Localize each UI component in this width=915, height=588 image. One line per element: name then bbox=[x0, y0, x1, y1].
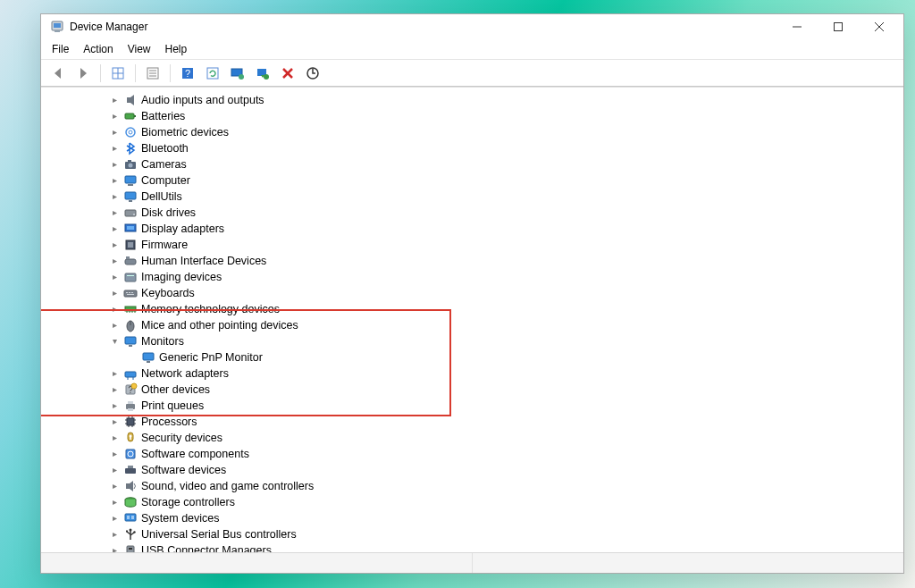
expand-toggle[interactable]: ▸ bbox=[107, 542, 122, 552]
uninstall-button[interactable] bbox=[251, 62, 274, 85]
tree-node[interactable]: ▸DellUtils bbox=[43, 189, 903, 205]
tree-node-label: Network adapters bbox=[141, 365, 229, 382]
expand-toggle[interactable]: ▸ bbox=[107, 172, 122, 189]
expand-toggle[interactable]: ▸ bbox=[107, 124, 122, 140]
expand-toggle[interactable]: ▸ bbox=[107, 446, 122, 462]
help-icon: ? bbox=[180, 66, 195, 80]
expand-toggle[interactable]: ▸ bbox=[107, 317, 122, 333]
tree-node[interactable]: ▸Biometric devices bbox=[43, 124, 903, 140]
tree-node[interactable]: ▸Cameras bbox=[43, 156, 903, 172]
tree-node[interactable]: ▸Storage controllers bbox=[43, 494, 903, 510]
expand-toggle[interactable]: ▸ bbox=[107, 140, 122, 156]
forward-button[interactable] bbox=[71, 62, 95, 85]
tree-node[interactable]: ▸Other devices bbox=[43, 382, 903, 398]
expand-toggle[interactable]: ▸ bbox=[107, 108, 122, 124]
expand-toggle[interactable]: ▸ bbox=[107, 414, 122, 430]
tree-node[interactable]: ▸System devices bbox=[43, 510, 903, 526]
statusbar bbox=[41, 552, 903, 573]
expand-toggle[interactable]: ▸ bbox=[107, 269, 122, 285]
disable-button[interactable] bbox=[276, 62, 299, 85]
maximize-button[interactable] bbox=[818, 14, 859, 39]
tree-node[interactable]: ▸Security devices bbox=[43, 430, 903, 446]
keyboard-icon bbox=[123, 286, 138, 300]
show-hidden-button[interactable] bbox=[106, 62, 130, 85]
tree-node-label: Print queues bbox=[141, 398, 204, 414]
monitor-icon bbox=[141, 350, 155, 365]
tree-node[interactable]: ▸USB Connector Managers bbox=[43, 542, 903, 552]
expand-toggle[interactable]: ▸ bbox=[107, 494, 122, 510]
tree-node[interactable]: ▸Software components bbox=[43, 446, 903, 462]
tree-node-label: Software components bbox=[141, 446, 249, 462]
menubar: File Action View Help bbox=[41, 39, 903, 60]
tree-node-label: Memory technology devices bbox=[141, 301, 280, 317]
toolbar-separator bbox=[100, 64, 101, 82]
device-tree[interactable]: ▸Audio inputs and outputs▸Batteries▸Biom… bbox=[41, 88, 903, 552]
menu-action[interactable]: Action bbox=[76, 41, 120, 57]
other-icon bbox=[123, 382, 138, 397]
tree-node[interactable]: ▸Processors bbox=[43, 414, 903, 430]
expand-toggle[interactable]: ▸ bbox=[107, 510, 122, 526]
tree-node[interactable]: ▸Audio inputs and outputs bbox=[43, 92, 903, 108]
expand-toggle[interactable]: ▸ bbox=[107, 285, 122, 301]
menu-help[interactable]: Help bbox=[158, 41, 195, 57]
tree-node[interactable]: ▸Network adapters bbox=[43, 365, 903, 382]
expand-toggle[interactable]: ▸ bbox=[107, 237, 122, 253]
tree-node[interactable]: ▸Mice and other pointing devices bbox=[43, 317, 903, 333]
tree-node-label: Disk drives bbox=[141, 205, 196, 221]
tree-node[interactable]: ▸Imaging devices bbox=[43, 269, 903, 285]
update-driver-button[interactable] bbox=[226, 62, 249, 85]
tree-node[interactable]: ▸Universal Serial Bus controllers bbox=[43, 526, 903, 542]
menu-file[interactable]: File bbox=[45, 41, 76, 57]
minimize-button[interactable] bbox=[776, 14, 818, 39]
client-area: ▸Audio inputs and outputs▸Batteries▸Biom… bbox=[41, 88, 903, 552]
tree-node[interactable]: ▸Batteries bbox=[43, 108, 903, 124]
properties-button[interactable] bbox=[141, 62, 164, 85]
expand-toggle[interactable]: ▸ bbox=[107, 382, 122, 398]
expand-toggle[interactable]: ▸ bbox=[107, 253, 122, 269]
expand-toggle[interactable]: ▸ bbox=[107, 365, 122, 382]
tree-node[interactable]: ▸Software devices bbox=[43, 462, 903, 478]
usb-icon bbox=[123, 527, 138, 542]
menu-view[interactable]: View bbox=[121, 41, 158, 57]
expand-toggle[interactable]: ▸ bbox=[107, 189, 122, 205]
expand-toggle[interactable]: ▸ bbox=[107, 205, 122, 221]
close-button[interactable] bbox=[859, 14, 900, 39]
tree-node[interactable]: ▸Bluetooth bbox=[43, 140, 903, 156]
expand-toggle[interactable]: ▸ bbox=[107, 526, 122, 542]
bluetooth-icon bbox=[123, 141, 138, 155]
tree-node[interactable]: ▾Monitors bbox=[43, 333, 903, 349]
arrow-right-icon bbox=[76, 66, 90, 80]
tree-node-child[interactable]: ▸Generic PnP Monitor bbox=[43, 349, 903, 365]
expand-toggle[interactable]: ▸ bbox=[107, 478, 122, 494]
speaker-icon bbox=[123, 93, 138, 107]
tree-node-label: DellUtils bbox=[141, 189, 182, 205]
tree-node[interactable]: ▸Firmware bbox=[43, 237, 903, 253]
tree-node-label: Computer bbox=[141, 172, 190, 189]
tree-node-label: Software devices bbox=[141, 462, 226, 478]
expand-toggle[interactable]: ▸ bbox=[107, 430, 122, 446]
scan-button[interactable] bbox=[301, 62, 324, 85]
expand-toggle[interactable]: ▸ bbox=[107, 462, 122, 478]
svg-rect-2 bbox=[55, 30, 60, 32]
tree-node[interactable]: ▸Disk drives bbox=[43, 205, 903, 221]
refresh-button[interactable] bbox=[201, 62, 224, 85]
tree-node[interactable]: ▸Human Interface Devices bbox=[43, 253, 903, 269]
tree-node[interactable]: ▸Memory technology devices bbox=[43, 301, 903, 317]
refresh-icon bbox=[206, 66, 220, 80]
collapse-toggle[interactable]: ▾ bbox=[107, 333, 122, 349]
help-button[interactable]: ? bbox=[176, 62, 199, 85]
tree-node[interactable]: ▸Computer bbox=[43, 172, 903, 189]
tree-node[interactable]: ▸Keyboards bbox=[43, 285, 903, 301]
back-button[interactable] bbox=[46, 62, 70, 85]
status-pane bbox=[473, 553, 903, 573]
tree-node[interactable]: ▸Display adapters bbox=[43, 221, 903, 237]
expand-toggle[interactable]: ▸ bbox=[107, 156, 122, 172]
tree-node[interactable]: ▸Print queues bbox=[43, 398, 903, 414]
expand-toggle[interactable]: ▸ bbox=[107, 92, 122, 108]
expand-toggle[interactable]: ▸ bbox=[107, 398, 122, 414]
expand-toggle[interactable]: ▸ bbox=[107, 301, 122, 317]
tree-node[interactable]: ▸Sound, video and game controllers bbox=[43, 478, 903, 494]
sound-icon bbox=[123, 479, 138, 493]
expand-toggle[interactable]: ▸ bbox=[107, 221, 122, 237]
tree-node-label: Processors bbox=[141, 414, 197, 430]
